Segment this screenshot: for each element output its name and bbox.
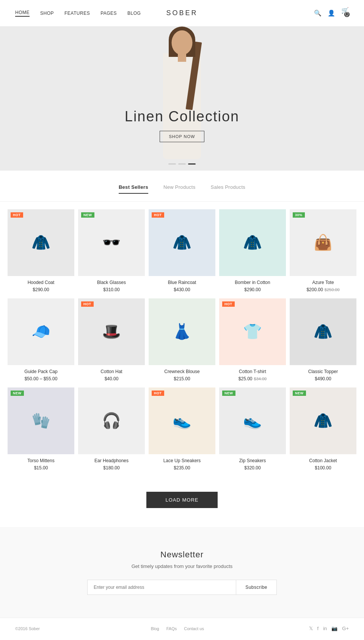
header-actions: 🔍 👤 🛒0 bbox=[314, 7, 349, 19]
product-card[interactable]: NEW 🧤 Torso Mittens $15.00 bbox=[8, 387, 74, 473]
product-name: Torso Mittens bbox=[9, 458, 73, 463]
product-emoji: 🧥 bbox=[297, 394, 350, 448]
product-card[interactable]: HOT 🎩 Cotton Hat $40.00 bbox=[78, 298, 145, 384]
product-emoji: 🧢 bbox=[14, 305, 68, 359]
product-price: $235.00 bbox=[174, 465, 190, 471]
product-name: Classic Topper bbox=[291, 369, 355, 374]
product-pricing: $490.00 bbox=[291, 376, 355, 381]
product-price: $100.00 bbox=[315, 465, 331, 471]
products-grid: HOT 🧥 Hooded Coat $290.00 NEW 🕶️ Black G… bbox=[8, 209, 356, 473]
product-price: $290.00 bbox=[33, 287, 49, 292]
site-logo: SOBER bbox=[166, 9, 198, 17]
product-price: $215.00 bbox=[174, 376, 190, 381]
product-pricing: $100.00 bbox=[291, 465, 355, 471]
tab-new-products[interactable]: New Products bbox=[163, 184, 196, 194]
product-image: HOT 🧥 bbox=[149, 209, 215, 276]
product-pricing: $235.00 bbox=[150, 465, 214, 471]
product-info: Lace Up Sneakers $235.00 bbox=[149, 454, 215, 473]
product-emoji: 🧥 bbox=[297, 305, 350, 359]
product-name: Crewneck Blouse bbox=[150, 369, 214, 374]
product-badge: NEW bbox=[222, 391, 235, 396]
footer-link-contact[interactable]: Contact us bbox=[184, 626, 204, 631]
cart-badge: 0 bbox=[344, 12, 350, 17]
product-emoji: 👟 bbox=[155, 394, 209, 448]
footer-link-faqs[interactable]: FAQs bbox=[166, 626, 177, 631]
product-pricing: $310.00 bbox=[80, 287, 143, 292]
tab-best-sellers[interactable]: Best Sellers bbox=[119, 184, 148, 194]
tab-sales-products[interactable]: Sales Products bbox=[210, 184, 245, 194]
product-card[interactable]: HOT 👟 Lace Up Sneakers $235.00 bbox=[149, 387, 215, 473]
product-badge: NEW bbox=[11, 391, 24, 396]
product-image: HOT 🧥 bbox=[8, 209, 74, 276]
search-icon[interactable]: 🔍 bbox=[314, 9, 322, 17]
product-info: Classic Topper $490.00 bbox=[290, 365, 356, 384]
product-info: Azure Tote $200.00$250.00 bbox=[290, 276, 356, 295]
product-card[interactable]: NEW 🕶️ Black Glasses $310.00 bbox=[78, 209, 145, 295]
product-info: Cotton T-shirt $25.00$34.00 bbox=[219, 365, 286, 384]
product-badge: HOT bbox=[152, 212, 164, 218]
hero-dot-2[interactable] bbox=[178, 163, 186, 165]
account-icon[interactable]: 👤 bbox=[328, 9, 335, 17]
product-name: Cotton T-shirt bbox=[221, 369, 284, 374]
google-plus-icon[interactable]: G+ bbox=[342, 626, 349, 631]
product-image: 🧥 bbox=[219, 209, 286, 276]
product-card[interactable]: NEW 👟 Zip Sneakers $320.00 bbox=[219, 387, 286, 473]
load-more-button[interactable]: Load More bbox=[146, 492, 217, 508]
twitter-icon[interactable]: 𝕏 bbox=[309, 626, 313, 631]
facebook-icon[interactable]: f bbox=[317, 626, 319, 631]
product-tabs-section: Best Sellers New Products Sales Products bbox=[0, 171, 364, 202]
product-image: HOT 🎩 bbox=[78, 298, 145, 365]
product-card[interactable]: HOT 🧥 Hooded Coat $290.00 bbox=[8, 209, 74, 295]
nav-features[interactable]: FEATURES bbox=[64, 11, 90, 16]
product-card[interactable]: 🧥 Classic Topper $490.00 bbox=[290, 298, 356, 384]
newsletter-email-input[interactable] bbox=[87, 580, 236, 595]
nav-pages[interactable]: PAGES bbox=[100, 11, 117, 16]
product-card[interactable]: 30% 👜 Azure Tote $200.00$250.00 bbox=[290, 209, 356, 295]
product-name: Black Glasses bbox=[80, 280, 143, 285]
product-pricing: $50.00 – $55.00 bbox=[9, 376, 73, 381]
product-card[interactable]: 👗 Crewneck Blouse $215.00 bbox=[149, 298, 215, 384]
product-card[interactable]: HOT 👕 Cotton T-shirt $25.00$34.00 bbox=[219, 298, 286, 384]
product-badge: NEW bbox=[293, 391, 306, 396]
product-card[interactable]: 🧥 Bomber in Cotton $290.00 bbox=[219, 209, 286, 295]
main-nav: HOME SHOP FEATURES PAGES BLOG bbox=[15, 10, 141, 17]
product-image: NEW 🧥 bbox=[290, 387, 356, 454]
product-image: NEW 🧤 bbox=[8, 387, 74, 454]
nav-home[interactable]: HOME bbox=[15, 10, 30, 17]
nav-shop[interactable]: SHOP bbox=[40, 11, 54, 16]
product-info: Guide Pack Cap $50.00 – $55.00 bbox=[8, 365, 74, 384]
footer-links: Blog FAQs Contact us bbox=[145, 626, 204, 631]
product-pricing: $430.00 bbox=[150, 287, 214, 292]
product-info: Black Glasses $310.00 bbox=[78, 276, 145, 295]
product-name: Hooded Coat bbox=[9, 280, 73, 285]
linkedin-icon[interactable]: in bbox=[323, 626, 327, 631]
hero-dot-1[interactable] bbox=[168, 163, 176, 165]
product-image: 30% 👜 bbox=[290, 209, 356, 276]
product-badge: HOT bbox=[81, 301, 94, 307]
product-name: Azure Tote bbox=[291, 280, 355, 285]
product-pricing: $200.00$250.00 bbox=[291, 287, 355, 292]
product-card[interactable]: HOT 🧥 Blue Raincoat $430.00 bbox=[149, 209, 215, 295]
header: HOME SHOP FEATURES PAGES BLOG SOBER 🔍 👤 … bbox=[0, 0, 364, 27]
footer-link-blog[interactable]: Blog bbox=[151, 626, 159, 631]
product-name: Zip Sneakers bbox=[221, 458, 284, 463]
cart-icon[interactable]: 🛒0 bbox=[341, 7, 349, 19]
product-tabs: Best Sellers New Products Sales Products bbox=[0, 184, 364, 194]
instagram-icon[interactable]: 📷 bbox=[331, 626, 337, 631]
nav-blog[interactable]: BLOG bbox=[127, 11, 141, 16]
product-price: $15.00 bbox=[34, 465, 48, 471]
hero-content: Linen Collection Shop Now bbox=[125, 108, 239, 142]
hero-dots bbox=[168, 163, 196, 165]
product-info: Blue Raincoat $430.00 bbox=[149, 276, 215, 295]
product-card[interactable]: 🎧 Ear Headphones $180.00 bbox=[78, 387, 145, 473]
product-info: Cotton Hat $40.00 bbox=[78, 365, 145, 384]
newsletter-subtitle: Get timely updates from your favorite pr… bbox=[15, 563, 349, 569]
product-card[interactable]: NEW 🧥 Cotton Jacket $100.00 bbox=[290, 387, 356, 473]
hero-dot-3[interactable] bbox=[188, 163, 196, 165]
product-emoji: 👟 bbox=[226, 394, 279, 448]
product-pricing: $215.00 bbox=[150, 376, 214, 381]
newsletter-subscribe-button[interactable]: Subscribe bbox=[236, 580, 277, 595]
product-card[interactable]: 🧢 Guide Pack Cap $50.00 – $55.00 bbox=[8, 298, 74, 384]
product-pricing: $320.00 bbox=[221, 465, 284, 471]
hero-cta-button[interactable]: Shop Now bbox=[160, 131, 205, 142]
